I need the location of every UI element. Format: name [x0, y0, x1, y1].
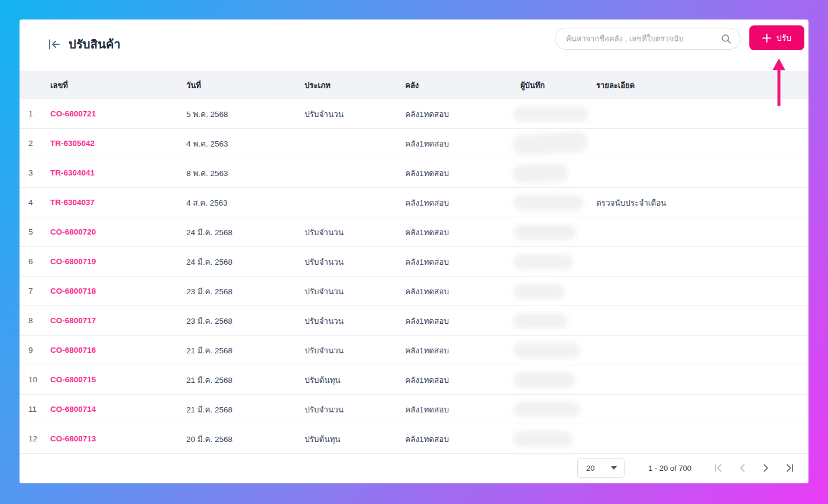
document-number-link[interactable]: TR-6305042: [50, 139, 95, 148]
row-type: ปรับจำนวน: [305, 226, 405, 239]
first-page-icon: [714, 464, 723, 472]
row-warehouse: คลัง1ทดสอบ: [405, 226, 520, 239]
row-recorder: [520, 225, 596, 240]
row-details: ตรวจนับประจำเดือน: [596, 196, 808, 209]
row-index: 10: [28, 375, 50, 384]
chevron-right-icon: [762, 464, 769, 472]
row-warehouse: คลัง1ทดสอบ: [405, 433, 520, 446]
pagination-bar: 20 1 - 20 of 700: [577, 456, 801, 480]
row-date: 4 ส.ค. 2563: [186, 196, 305, 209]
row-date: 24 มี.ค. 2568: [186, 226, 305, 239]
next-page-button[interactable]: [754, 458, 778, 478]
table-row: 5 CO-6800720 24 มี.ค. 2568 ปรับจำนวน คลั…: [20, 217, 808, 247]
recorder-redacted-blob: [513, 254, 573, 269]
recorder-redacted-blob: [513, 313, 568, 329]
column-header-warehouse: คลัง: [405, 79, 520, 92]
page-size-select[interactable]: 20: [577, 458, 625, 478]
column-header-type: ประเภท: [305, 79, 405, 92]
row-date: 23 มี.ค. 2568: [186, 314, 305, 327]
collapse-sidebar-icon[interactable]: [48, 38, 61, 50]
row-type: ปรับต้นทุน: [305, 373, 405, 386]
row-type: ปรับจำนวน: [305, 285, 405, 298]
chevron-down-icon: [611, 466, 617, 470]
document-number-link[interactable]: TR-6304037: [50, 198, 95, 207]
row-index: 1: [28, 109, 50, 118]
last-page-button[interactable]: [778, 458, 801, 478]
table-row: 4 TR-6304037 4 ส.ค. 2563 คลัง1ทดสอบ ตรวจ…: [20, 188, 808, 217]
row-recorder: [520, 254, 596, 269]
recorder-redacted-blob: [513, 284, 564, 299]
table-row: 10 CO-6800715 21 มี.ค. 2568 ปรับต้นทุน ค…: [20, 365, 808, 395]
row-date: 8 พ.ค. 2563: [186, 167, 305, 180]
chevron-left-icon: [739, 464, 746, 472]
search-icon[interactable]: [721, 34, 732, 44]
document-number-link[interactable]: CO-6800721: [50, 109, 96, 118]
row-recorder: [520, 372, 596, 388]
row-recorder: [520, 343, 596, 358]
document-number-link[interactable]: CO-6800717: [50, 316, 96, 325]
row-index: 3: [28, 168, 50, 177]
row-type: ปรับต้นทุน: [305, 433, 405, 446]
row-index: 6: [28, 257, 50, 266]
column-header-number: เลขที่: [50, 79, 186, 92]
first-page-button[interactable]: [707, 458, 730, 478]
table-row: 3 TR-6304041 8 พ.ค. 2563 คลัง1ทดสอบ: [20, 158, 808, 188]
main-panel: ปรับสินค้า ปรับ เลขที่ วันที่: [20, 19, 808, 483]
row-recorder: [520, 431, 596, 447]
row-recorder: [520, 195, 596, 210]
search-input[interactable]: [566, 34, 721, 43]
row-date: 21 มี.ค. 2568: [186, 373, 305, 386]
document-number-link[interactable]: TR-6304041: [50, 168, 95, 177]
row-date: 24 มี.ค. 2568: [186, 255, 305, 268]
topbar: ปรับสินค้า ปรับ: [20, 19, 808, 71]
row-recorder: [520, 106, 596, 122]
row-warehouse: คลัง1ทดสอบ: [405, 167, 520, 180]
recorder-redacted-blob: [513, 343, 580, 358]
document-number-link[interactable]: CO-6800714: [50, 405, 96, 414]
document-number-link[interactable]: CO-6800715: [50, 375, 96, 384]
table-row: 2 TR-6305042 4 พ.ค. 2563 คลัง1ทดสอบ: [20, 129, 808, 158]
document-number-link[interactable]: CO-6800716: [50, 346, 96, 355]
previous-page-button[interactable]: [730, 458, 754, 478]
row-date: 5 พ.ค. 2568: [186, 108, 305, 121]
row-index: 5: [28, 227, 50, 236]
page-title: ปรับสินค้า: [69, 35, 121, 54]
row-type: ปรับจำนวน: [305, 344, 405, 357]
table-row: 8 CO-6800717 23 มี.ค. 2568 ปรับจำนวน คลั…: [20, 306, 808, 336]
recorder-redacted-blob: [513, 372, 575, 388]
row-recorder: [520, 164, 596, 182]
document-number-link[interactable]: CO-6800718: [50, 287, 96, 295]
table-row: 6 CO-6800719 24 มี.ค. 2568 ปรับจำนวน คลั…: [20, 247, 808, 277]
document-number-link[interactable]: CO-6800713: [50, 434, 96, 443]
document-number-link[interactable]: CO-6800719: [50, 257, 96, 266]
row-index: 7: [28, 287, 50, 295]
recorder-redacted-blob: [513, 131, 587, 155]
add-adjustment-button[interactable]: ปรับ: [749, 25, 804, 50]
column-header-date: วันที่: [186, 79, 305, 92]
row-type: ปรับจำนวน: [305, 255, 405, 268]
annotation-arrow-icon: [769, 58, 789, 109]
row-recorder: [520, 402, 596, 417]
row-type: ปรับจำนวน: [305, 108, 405, 121]
last-page-icon: [785, 464, 794, 472]
column-header-recorder: ผู้บันทึก: [520, 79, 596, 92]
row-warehouse: คลัง1ทดสอบ: [405, 196, 520, 209]
row-warehouse: คลัง1ทดสอบ: [405, 314, 520, 327]
table-row: 11 CO-6800714 21 มี.ค. 2568 ปรับจำนวน คล…: [20, 395, 808, 424]
add-button-label: ปรับ: [777, 31, 791, 44]
recorder-redacted-blob: [513, 402, 580, 417]
row-recorder: [520, 134, 596, 154]
row-date: 21 มี.ค. 2568: [186, 403, 305, 416]
table-header-row: เลขที่ วันที่ ประเภท คลัง ผู้บันทึก รายล…: [20, 71, 808, 99]
table-body: 1 CO-6800721 5 พ.ค. 2568 ปรับจำนวน คลัง1…: [20, 99, 808, 454]
row-warehouse: คลัง1ทดสอบ: [405, 255, 520, 268]
row-type: ปรับจำนวน: [305, 403, 405, 416]
row-date: 21 มี.ค. 2568: [186, 344, 305, 357]
recorder-redacted-blob: [513, 431, 573, 447]
table-row: 9 CO-6800716 21 มี.ค. 2568 ปรับจำนวน คลั…: [20, 336, 808, 365]
row-index: 8: [28, 316, 50, 325]
recorder-redacted-blob: [513, 106, 588, 122]
document-number-link[interactable]: CO-6800720: [50, 227, 96, 236]
row-warehouse: คลัง1ทดสอบ: [405, 285, 520, 298]
search-box[interactable]: [555, 28, 740, 50]
